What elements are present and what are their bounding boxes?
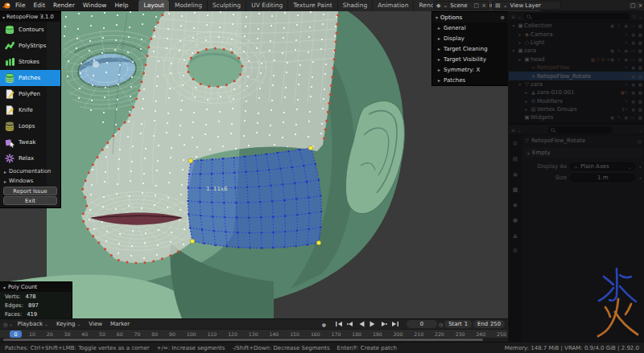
outliner-search-input[interactable] — [524, 13, 630, 20]
section-windows[interactable]: ▸ Windows — [0, 176, 60, 186]
disclosure-icon[interactable]: ▸ — [517, 57, 523, 62]
row-restriction-icons[interactable]: ▣ ↖ ◉ ▭ ▦ — [610, 23, 643, 28]
outliner-row-retopoflow[interactable]: +RetopoFlow↖ ◉ ▦ — [509, 64, 644, 72]
row-restriction-icons[interactable]: ▣ ↖ ◉ ▭ ▦ — [610, 115, 643, 120]
size-input[interactable]: 1 m — [570, 174, 635, 182]
disclosure-icon[interactable]: ▸ — [523, 107, 530, 112]
options-item-display[interactable]: ▸Display — [432, 33, 508, 43]
row-restriction-icons[interactable]: ↖ ◉ ▦ — [625, 82, 643, 87]
disclosure-icon[interactable]: ▾ — [517, 82, 523, 87]
tool-polystrips[interactable]: PolyStrips — [0, 38, 60, 54]
chevron-down-icon[interactable]: ⌄ — [638, 127, 642, 133]
tab-layout[interactable]: Layout — [138, 0, 170, 11]
outliner-row-zara-010-001[interactable]: ▸▲zara-010.001●↖ ◉ ▦ — [509, 88, 644, 96]
properties-tab-icon[interactable]: ▲ — [511, 232, 519, 240]
outliner-row-vertex-groups[interactable]: ▸▤Vertex Groups1↖ ◉ ▦ — [509, 105, 644, 113]
outliner-row-retopoflow-rotate[interactable]: +RetopoFlow_Rotate↖ ◉ ▦ — [509, 72, 644, 80]
animate-dot-icon[interactable]: • — [638, 175, 642, 181]
disclosure-icon[interactable]: ▸ — [523, 90, 530, 95]
options-item-target-cleaning[interactable]: ▸Target Cleaning — [432, 43, 508, 54]
properties-tab-icon[interactable]: ◉ — [511, 170, 519, 179]
view-layer-selector[interactable]: ▤ ⌄ View Layer — [492, 1, 561, 10]
prev-keyframe-button[interactable] — [346, 321, 355, 327]
menu-edit[interactable]: Edit — [30, 2, 50, 9]
chevron-down-icon[interactable]: ⌄ — [638, 14, 642, 19]
filter-funnel-icon[interactable]: ▽ — [632, 14, 636, 19]
gear-icon[interactable]: ⚙ — [501, 14, 505, 20]
animate-dot-icon[interactable]: • — [638, 164, 642, 170]
play-reverse-button[interactable] — [357, 321, 366, 327]
outliner-row-camera[interactable]: ▸◆Camera↖ ◉ ▦ — [509, 30, 644, 38]
tool-loops[interactable]: Loops — [0, 118, 60, 134]
chevron-down-icon[interactable]: ⌄ — [518, 14, 522, 19]
disclosure-icon[interactable]: ▾ — [510, 48, 517, 53]
menu-file[interactable]: File — [11, 2, 30, 9]
tool-patches[interactable]: Patches — [0, 70, 60, 86]
poly-count-header[interactable]: ▾ Poly Count — [0, 282, 72, 292]
tool-contours[interactable]: Contours — [0, 22, 60, 38]
row-restriction-icons[interactable]: ▣ ↖ ◉ ▭ ▦ — [610, 57, 643, 62]
tab-animation[interactable]: Animation — [373, 0, 414, 11]
current-frame-field[interactable]: 0 — [407, 320, 437, 328]
tab-modeling[interactable]: Modeling — [170, 0, 208, 11]
patch-preview[interactable] — [188, 146, 323, 248]
row-restriction-icons[interactable]: ↖ ◉ ▦ — [625, 40, 643, 45]
row-restriction-icons[interactable]: ↖ ◉ ▦ — [625, 74, 643, 79]
blender-logo-icon[interactable] — [2, 2, 11, 11]
menu-render[interactable]: Render — [49, 2, 79, 9]
row-restriction-icons[interactable]: ▣ ↖ ◉ ▭ ▦ — [610, 48, 643, 53]
outliner-row-widgets[interactable]: ▣Widgets▣ ↖ ◉ ▭ ▦ — [509, 113, 644, 121]
copy-icon[interactable]: ▢ — [630, 2, 636, 9]
properties-tab-icon[interactable]: ⚙ — [511, 140, 519, 148]
display-as-dropdown[interactable]: + Plain Axes ⌄ — [570, 162, 635, 170]
report-issue-button[interactable]: Report Issue — [3, 187, 57, 195]
clock-editor-icon[interactable]: ◷ — [3, 322, 7, 327]
outliner-row-head[interactable]: ▸▣head▦ ▽ ⚙ ✕▣ ↖ ◉ ▭ ▦ — [509, 55, 644, 64]
view-layer-actions[interactable]: ▢ × — [627, 1, 642, 10]
menu-marker[interactable]: Marker — [107, 321, 133, 327]
auto-keyframe-clock-icon[interactable]: ◷ — [439, 322, 443, 327]
row-restriction-icons[interactable]: ↖ ◉ ▦ — [625, 99, 643, 104]
viewport-3d[interactable]: 1: 11x6 ▾ RetopoFlow 3.1.0 Contours Poly… — [0, 11, 508, 318]
tab-sculpting[interactable]: Sculpting — [208, 0, 246, 11]
tool-strokes[interactable]: Strokes — [0, 54, 60, 70]
close-icon[interactable]: × — [481, 2, 486, 9]
row-restriction-icons[interactable]: ↖ ◉ ▦ — [625, 32, 643, 37]
outliner-row-light[interactable]: ▸○Light↖ ◉ ▦ — [509, 39, 644, 47]
options-item-patches[interactable]: ▸Patches — [432, 75, 508, 85]
row-restriction-icons[interactable]: ↖ ◉ ▦ — [625, 65, 643, 70]
frame-end-field[interactable]: End250 — [473, 320, 505, 328]
outliner-row-zara[interactable]: ▾▣zara▣ ↖ ◉ ▭ ▦ — [509, 47, 644, 55]
editor-type-icon[interactable]: ≡ — [511, 127, 515, 133]
properties-tab-icon[interactable]: ⚙ — [511, 247, 519, 255]
current-frame-indicator[interactable]: 0 — [10, 330, 22, 338]
options-panel-header[interactable]: ▾ Options ⚙ — [432, 12, 508, 23]
tab-uv-editing[interactable]: UV Editing — [246, 0, 288, 11]
options-item-target-visibility[interactable]: ▸Target Visibility — [432, 54, 508, 64]
tab-texture-paint[interactable]: Texture Paint — [288, 0, 337, 11]
disclosure-icon[interactable]: ▸ — [523, 99, 530, 104]
properties-tab-icon[interactable]: ● — [511, 216, 519, 224]
disclosure-icon[interactable]: ▾ — [510, 23, 517, 28]
properties-search-input[interactable] — [548, 126, 613, 133]
tool-tweak[interactable]: Tweak — [0, 134, 60, 150]
tab-shading[interactable]: Shading — [338, 0, 373, 11]
menu-view[interactable]: View — [85, 321, 105, 327]
close-icon[interactable]: × — [638, 2, 643, 9]
disclosure-icon[interactable]: ▸ — [517, 32, 523, 37]
outliner-row-zara[interactable]: ▾▽zara↖ ◉ ▦ — [509, 80, 644, 88]
outliner-row-modifiers[interactable]: ▸⚙Modifiers↖ ◉ ▦ — [509, 97, 644, 105]
jump-to-end-button[interactable] — [391, 321, 400, 327]
retopoflow-panel-header[interactable]: ▾ RetopoFlow 3.1.0 — [0, 12, 60, 22]
row-restriction-icons[interactable]: ↖ ◉ ▦ — [625, 90, 643, 95]
options-item-symmetry[interactable]: ▸Symmetry: X — [432, 64, 508, 75]
properties-tab-icon[interactable]: ◆ — [511, 201, 519, 209]
disclosure-icon[interactable]: ▸ — [517, 40, 523, 45]
record-button[interactable]: ● — [322, 322, 326, 327]
menu-window[interactable]: Window — [79, 2, 111, 9]
section-documentation[interactable]: ▸ Documentation — [0, 166, 60, 176]
properties-tab-icon[interactable]: ▤ — [511, 155, 519, 163]
chevron-down-icon[interactable]: ⌄ — [518, 127, 522, 133]
options-item-general[interactable]: ▸General — [432, 23, 508, 33]
row-restriction-icons[interactable]: ↖ ◉ ▦ — [625, 107, 643, 112]
